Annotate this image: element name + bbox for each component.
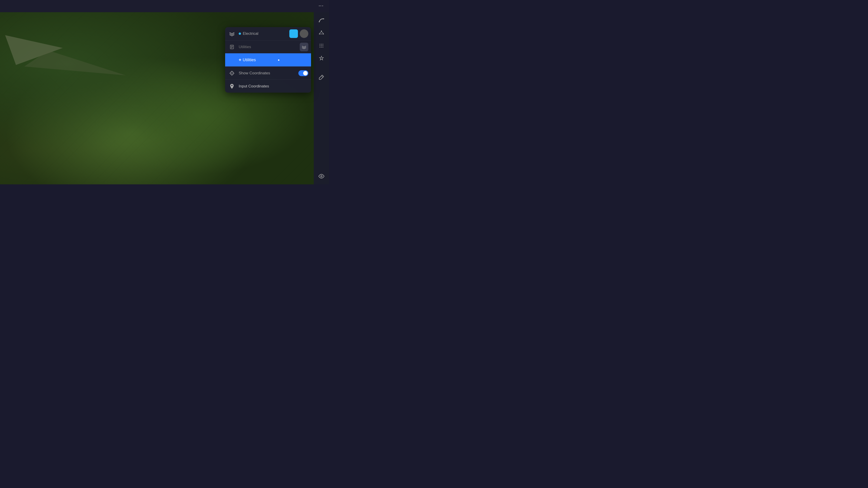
svg-point-31 [321,175,322,177]
svg-point-23 [320,45,320,46]
utilities-input-area[interactable] [239,45,297,49]
utilities-add-label-area: + Utilities [239,57,308,63]
svg-point-15 [319,33,320,34]
node-connect-button[interactable] [316,28,327,38]
show-coordinates-toggle[interactable] [298,70,308,76]
svg-marker-29 [319,56,323,60]
input-coordinates-label-area: Input Coordinates [239,84,308,89]
svg-point-24 [321,45,322,46]
utilities-layers-btn[interactable] [300,43,308,51]
right-sidebar [314,12,329,184]
svg-point-12 [319,21,320,22]
utilities-input-row[interactable] [225,40,311,53]
electrical-menu-row[interactable]: Electrical [225,27,311,40]
svg-point-27 [321,47,322,47]
input-coordinates-label: Input Coordinates [239,84,269,89]
svg-point-28 [322,47,323,47]
electrical-more-btn[interactable] [300,29,308,38]
electrical-label-area: Electrical [239,31,287,36]
svg-point-14 [321,31,322,31]
map-triangle-shape-2 [24,48,127,75]
more-menu-button[interactable]: ⋮ [316,2,326,11]
header: ⋮ [0,0,329,12]
document-icon [228,43,236,51]
draw-tool-button[interactable] [316,72,327,83]
show-coordinates-label: Show Coordinates [239,71,270,75]
svg-point-13 [323,18,324,19]
svg-line-17 [319,32,321,34]
utilities-add-row[interactable]: + Utilities [225,53,311,66]
context-menu: Electrical [225,27,311,93]
svg-line-18 [321,32,323,34]
show-coordinates-controls [298,70,308,76]
utilities-add-label: Utilities [243,58,256,62]
svg-point-5 [231,73,232,74]
electrical-label: Electrical [243,31,258,36]
show-coordinates-row[interactable]: Show Coordinates [225,66,311,79]
input-coordinates-row[interactable]: Input Coordinates [225,79,311,93]
utilities-input-controls [300,43,308,51]
grid-button[interactable] [316,40,327,51]
show-coordinates-label-area: Show Coordinates [239,71,296,75]
svg-point-20 [320,44,320,44]
layers-icon [228,30,236,38]
visibility-button[interactable] [316,171,327,182]
crosshair-icon [228,69,236,77]
svg-point-10 [231,85,232,86]
svg-point-16 [323,33,324,34]
electrical-color-swatch[interactable] [289,29,298,38]
svg-line-30 [321,76,323,77]
plus-icon: + [239,57,241,63]
electrical-controls [289,29,308,38]
electrical-dot [239,33,241,35]
svg-point-21 [321,44,322,44]
svg-point-25 [322,45,323,46]
map-pin-icon [228,82,236,90]
star-polygon-button[interactable] [316,53,327,64]
path-tool-button[interactable] [316,15,327,26]
svg-point-26 [320,47,320,47]
add-utilities-icon [228,56,236,64]
svg-point-22 [322,44,323,44]
utilities-text-input[interactable] [239,45,297,49]
